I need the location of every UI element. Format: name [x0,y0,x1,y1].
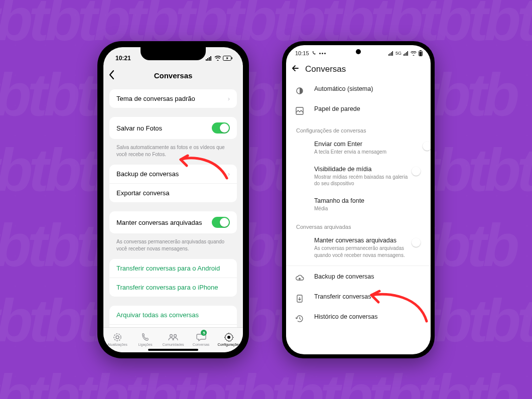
row-label: Manter conversas arquivadas [116,219,202,226]
row-backup-android[interactable]: Backup de conversas [286,268,431,288]
save-photos-desc: Salva automaticamente as fotos e os víde… [103,142,243,165]
back-button[interactable] [108,69,115,82]
tab-calls[interactable]: Ligações [131,328,160,350]
wallpaper-icon [295,106,304,115]
back-button[interactable] [291,64,300,75]
row-keep-archived[interactable]: Manter conversas arquivadas [109,211,237,233]
card-save-photos: Salvar no Fotos [109,117,237,139]
iphone-notch [141,47,206,60]
row-font-size[interactable]: Tamanho da fonte Média [286,192,431,217]
row-enter-send[interactable]: Enviar com Enter A tecla Enter envia a m… [286,136,431,161]
wifi-icon [411,51,417,56]
card-archived: Manter conversas arquivadas [109,211,237,233]
row-backup-conversas[interactable]: Backup de conversas › [109,165,237,183]
row-transfer-android[interactable]: Transferir conversas para o Android [109,259,237,278]
page-title: Conversas [154,71,193,80]
svg-rect-1 [207,58,208,61]
row-media-visibility[interactable]: Visibilidade de mídia Mostrar mídias rec… [286,161,431,192]
android-navbar: Conversas [286,58,431,80]
android-status-icons: 5G [388,50,423,56]
bg-watermark: tbtbtbtbtbtbtbtbtbtbtbtb [0,60,515,129]
svg-rect-18 [408,51,409,56]
cloud-backup-icon [295,274,304,283]
tab-communities[interactable]: Comunidades [159,328,187,350]
toggle-keep-archived[interactable] [212,217,230,228]
row-wallpaper[interactable]: Papel de parede [286,100,431,120]
gear-icon [224,332,234,342]
row-auto-mode[interactable]: Automático (sistema) [286,80,431,100]
row-desc: A tecla Enter envia a mensagem [314,149,412,156]
android-clock: 10:15 [295,50,309,56]
iphone-frame: 10:21 Conversas Tema de conversas padrão… [97,41,249,358]
row-label: Backup de conversas [314,273,422,280]
svg-point-8 [170,334,172,337]
ios-clock: 10:21 [115,55,131,62]
tab-label: Atualizações [107,343,127,346]
svg-point-10 [227,336,230,339]
row-label: Backup de conversas [116,170,179,178]
row-transfer-android-row[interactable]: Transferir conversas [286,288,431,308]
iphone-screen: 10:21 Conversas Tema de conversas padrão… [103,47,243,352]
svg-rect-15 [404,54,405,56]
tab-label: Comunidades [162,343,184,346]
svg-point-7 [116,336,119,339]
chevron-left-icon [108,69,115,80]
android-punch-hole [356,49,361,54]
tab-chats[interactable]: Conversas 5 [187,328,215,350]
battery-icon [223,56,233,61]
toggle-save-photos[interactable] [212,122,230,134]
row-label: Histórico de conversas [314,313,422,320]
row-label: Enviar com Enter [314,141,412,148]
svg-rect-14 [392,51,393,56]
arrow-left-icon [291,64,300,73]
android-screen: 10:15 5G Conversas Automático (sistema) [286,45,431,354]
row-value: Média [314,205,422,212]
tab-updates[interactable]: Atualizações [103,328,131,350]
ios-navbar: Conversas [103,65,243,85]
tab-settings[interactable]: Configurações [215,328,243,350]
network-label: 5G [395,51,402,56]
communities-icon [168,332,179,342]
row-keep-archived-android[interactable]: Manter conversas arquivadas As conversas… [286,232,431,263]
row-history[interactable]: Histórico de conversas [286,308,431,328]
svg-rect-21 [420,52,422,56]
row-save-photos[interactable]: Salvar no Fotos [109,117,237,139]
svg-rect-3 [210,56,211,61]
page-title: Conversas [305,64,346,74]
updates-icon [112,332,122,342]
divider [286,265,431,266]
svg-point-9 [174,334,176,337]
phone-status-icon [312,51,317,56]
svg-rect-5 [232,57,233,59]
row-desc: As conversas permanecerão arquivadas qua… [314,245,412,258]
transfer-icon [295,294,304,303]
android-body: Automático (sistema) Papel de parede Con… [286,80,431,350]
row-export-conversa[interactable]: Exportar conversa [109,183,237,202]
tab-label: Ligações [138,343,152,346]
archived-desc: As conversas permanecerão arquivadas qua… [103,236,243,259]
history-icon [295,314,304,323]
wifi-icon [214,56,221,61]
tab-label: Configurações [218,343,240,346]
phone-icon [140,332,150,342]
row-archive-all[interactable]: Arquivar todas as conversas [109,306,237,324]
bg-watermark: tbtbtbtbtbtbtbtbtbtbtbtb [0,361,515,399]
svg-rect-12 [389,53,390,56]
signal-icon [404,51,409,56]
svg-rect-0 [206,59,207,61]
svg-rect-17 [406,52,407,56]
svg-rect-20 [420,50,422,51]
tab-label: Conversas [193,343,209,346]
ios-body: Tema de conversas padrão › Salvar no Fot… [103,85,243,327]
row-default-theme[interactable]: Tema de conversas padrão › [109,89,237,108]
bg-watermark: tbtbtbtbtbtbtbtbtbtbtbtb [0,136,532,205]
row-transfer-iphone[interactable]: Transferir conversas para o iPhone [109,278,237,297]
svg-rect-16 [405,53,406,56]
more-notif-icon [319,53,326,54]
card-backup: Backup de conversas › Exportar conversa [109,165,237,202]
bg-watermark: tbtbtbtbtbtbtbtbtbtbtbtb [0,211,515,280]
signal-icon [206,56,213,61]
card-danger: Arquivar todas as conversas Limpar todas… [109,306,237,327]
row-label: Transferir conversas [314,293,422,300]
theme-icon [295,86,304,95]
